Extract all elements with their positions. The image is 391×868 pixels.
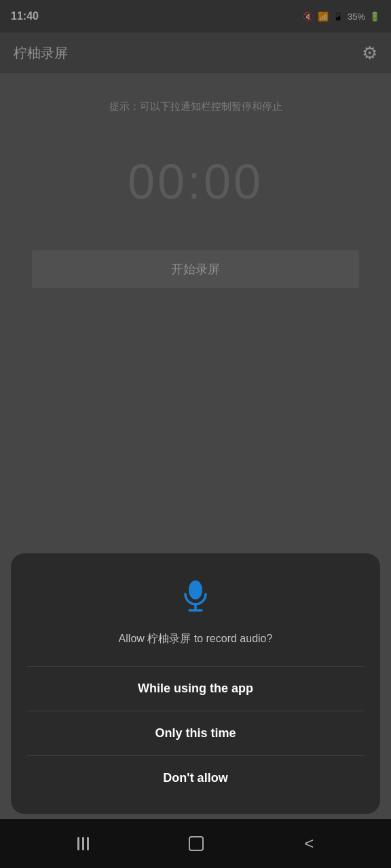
dont-allow-button[interactable]: Don't allow (27, 756, 364, 800)
only-this-time-button[interactable]: Only this time (27, 711, 364, 755)
permission-dialog: Allow 柠柚录屏 to record audio? While using … (11, 553, 380, 814)
permission-text-prefix: Allow (119, 633, 148, 644)
permission-question: Allow 柠柚录屏 to record audio? (119, 631, 273, 647)
mic-icon-container (177, 578, 214, 617)
svg-point-0 (189, 580, 202, 599)
while-using-button[interactable]: While using the app (27, 667, 364, 711)
permission-app-name: 柠柚录屏 (147, 633, 191, 644)
microphone-icon (177, 578, 214, 614)
permission-text-suffix: to record audio? (191, 633, 272, 644)
